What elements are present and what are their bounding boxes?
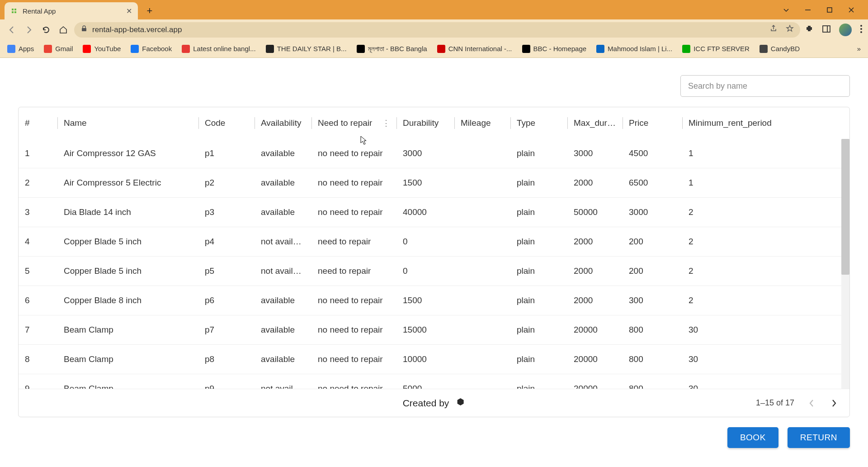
cell-need_to_repair: no need to repair xyxy=(311,178,396,188)
column-header-code[interactable]: Code xyxy=(198,107,255,139)
bookmark-item[interactable]: Mahmood Islam | Li... xyxy=(596,45,672,53)
table-row[interactable]: 2Air Compressor 5 Electricp2availableno … xyxy=(19,168,849,198)
column-header-availability[interactable]: Availability xyxy=(255,107,311,139)
column-header-need_to_repair[interactable]: Need to repair⋮ xyxy=(311,107,396,139)
cell-need_to_repair: no need to repair xyxy=(311,207,396,217)
cell-availability: available xyxy=(255,178,311,188)
cell-code: p3 xyxy=(198,207,255,217)
bookmarks-overflow-icon[interactable]: » xyxy=(857,45,861,52)
bookmark-item[interactable]: মূলপাতা - BBC Bangla xyxy=(357,45,427,53)
cell-idx: 3 xyxy=(19,207,57,217)
table-row[interactable]: 3Dia Blade 14 inchp3availableno need to … xyxy=(19,198,849,227)
book-button[interactable]: BOOK xyxy=(727,427,778,448)
cell-durability: 0 xyxy=(396,237,454,247)
address-bar[interactable]: rental-app-beta.vercel.app xyxy=(74,22,800,38)
extensions-icon[interactable] xyxy=(805,24,814,35)
sidebar-icon[interactable] xyxy=(822,24,831,35)
bookmark-item[interactable]: YouTube xyxy=(83,45,121,53)
share-icon[interactable] xyxy=(769,24,778,35)
cell-availability: available xyxy=(255,354,311,364)
bookmark-item[interactable]: Gmail xyxy=(44,45,73,53)
column-header-label: Need to repair xyxy=(318,118,372,128)
next-page-button[interactable] xyxy=(829,398,840,409)
url-text: rental-app-beta.vercel.app xyxy=(92,25,182,34)
column-header-label: Type xyxy=(517,118,535,128)
cell-minimum_rent_period: 30 xyxy=(682,354,795,364)
bookmark-item[interactable]: ICC FTP SERVER xyxy=(682,45,750,53)
cell-code: p5 xyxy=(198,266,255,276)
bookmark-label: মূলপাতা - BBC Bangla xyxy=(368,45,427,53)
column-header-name[interactable]: Name xyxy=(57,107,198,139)
cell-availability: available xyxy=(255,148,311,158)
prev-page-button[interactable] xyxy=(806,398,817,409)
cell-idx: 9 xyxy=(19,384,57,389)
cell-price: 300 xyxy=(623,295,682,305)
tab-close-icon[interactable]: ✕ xyxy=(125,7,132,14)
column-header-label: Durability xyxy=(403,118,439,128)
column-header-idx[interactable]: # xyxy=(19,107,57,139)
column-header-type[interactable]: Type xyxy=(510,107,567,139)
cell-durability: 0 xyxy=(396,266,454,276)
table-row[interactable]: 8Beam Clampp8availableno need to repair1… xyxy=(19,345,849,374)
cell-durability: 10000 xyxy=(396,354,454,364)
cell-type: plain xyxy=(510,178,567,188)
table-row[interactable]: 6Copper Blade 8 inchp6availableno need t… xyxy=(19,286,849,315)
bookmark-item[interactable]: CNN International -... xyxy=(437,45,512,53)
star-icon[interactable] xyxy=(786,24,794,35)
column-separator xyxy=(510,117,511,129)
column-header-durability[interactable]: Durability xyxy=(396,107,454,139)
bookmark-item[interactable]: THE DAILY STAR | B... xyxy=(266,45,347,53)
cell-max_durability: 2000 xyxy=(567,295,623,305)
window-maximize-icon[interactable] xyxy=(826,6,834,14)
column-separator xyxy=(198,117,199,129)
bookmark-label: BBC - Homepage xyxy=(533,45,587,52)
bookmark-item[interactable]: Apps xyxy=(7,45,34,53)
bookmark-item[interactable]: Facebook xyxy=(131,45,172,53)
browser-tab[interactable]: Rental App ✕ xyxy=(5,2,138,19)
table-row[interactable]: 1Air Compressor 12 GASp1availableno need… xyxy=(19,139,849,168)
scrollbar-track[interactable] xyxy=(841,139,849,389)
cell-name: Dia Blade 14 inch xyxy=(57,207,198,217)
bookmark-item[interactable]: BBC - Homepage xyxy=(522,45,587,53)
column-header-max_durability[interactable]: Max_dur… xyxy=(567,107,623,139)
cell-availability: not available xyxy=(255,237,311,247)
profile-avatar[interactable] xyxy=(839,24,852,36)
new-tab-button[interactable]: + xyxy=(142,4,157,18)
column-header-price[interactable]: Price xyxy=(623,107,682,139)
bookmark-favicon-icon xyxy=(266,45,274,53)
scrollbar-thumb[interactable] xyxy=(841,139,849,275)
tab-dropdown-icon[interactable] xyxy=(782,6,790,14)
cell-need_to_repair: no need to repair xyxy=(311,325,396,335)
bookmark-favicon-icon xyxy=(131,45,139,53)
table-row[interactable]: 7Beam Clampp7availableno need to repair1… xyxy=(19,315,849,345)
table-row[interactable]: 4Copper Blade 5 inchp4not availableneed … xyxy=(19,227,849,257)
column-menu-icon[interactable]: ⋮ xyxy=(382,118,390,128)
search-input[interactable] xyxy=(680,75,850,97)
bookmark-label: CandyBD xyxy=(771,45,800,52)
bookmark-label: Gmail xyxy=(55,45,73,52)
forward-button[interactable] xyxy=(23,24,35,36)
bookmark-favicon-icon xyxy=(182,45,190,53)
back-button[interactable] xyxy=(5,24,18,36)
bookmark-favicon-icon xyxy=(760,45,768,53)
column-header-label: # xyxy=(25,118,30,128)
column-separator xyxy=(567,117,568,129)
table-row[interactable]: 5Copper Blade 5 inchp5not availableneed … xyxy=(19,257,849,286)
table-row[interactable]: 9Beam Clampp9not availableno need to rep… xyxy=(19,374,849,389)
home-button[interactable] xyxy=(57,24,70,36)
kebab-menu-icon[interactable] xyxy=(860,24,863,35)
return-button[interactable]: RETURN xyxy=(788,427,850,448)
column-header-minimum_rent_period[interactable]: Minimum_rent_period xyxy=(682,107,795,139)
cell-idx: 1 xyxy=(19,148,57,158)
bookmark-item[interactable]: Latest online bangl... xyxy=(182,45,255,53)
cell-minimum_rent_period: 2 xyxy=(682,295,795,305)
cell-availability: available xyxy=(255,325,311,335)
cell-price: 6500 xyxy=(623,178,682,188)
cell-name: Copper Blade 5 inch xyxy=(57,237,198,247)
window-close-icon[interactable] xyxy=(847,6,855,14)
window-minimize-icon[interactable] xyxy=(804,6,812,14)
reload-button[interactable] xyxy=(40,24,52,36)
column-header-mileage[interactable]: Mileage xyxy=(454,107,510,139)
cell-durability: 1500 xyxy=(396,295,454,305)
bookmark-item[interactable]: CandyBD xyxy=(760,45,800,53)
